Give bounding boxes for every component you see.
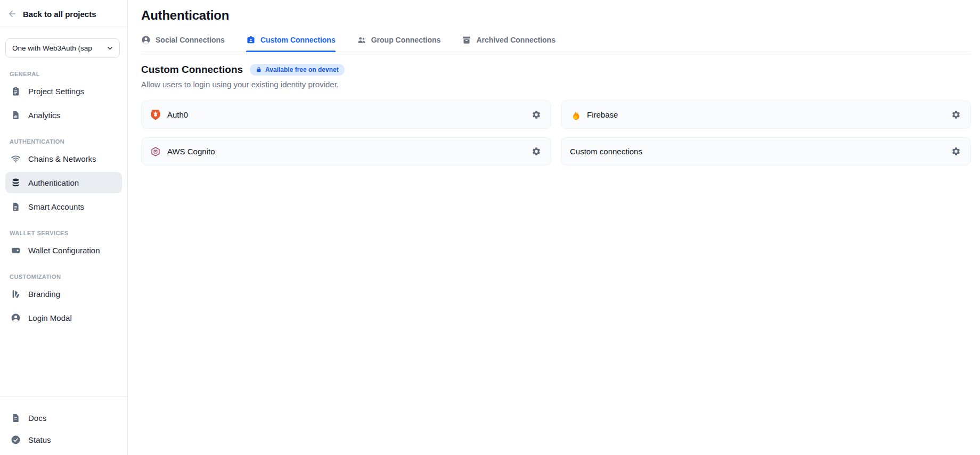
badge-label: Available free on devnet <box>265 66 339 73</box>
page-title: Authentication <box>141 8 971 23</box>
sidebar-item-project-settings[interactable]: Project Settings <box>5 80 122 102</box>
gear-icon[interactable] <box>948 144 964 160</box>
file-icon <box>11 202 21 212</box>
check-circle-icon <box>11 435 21 445</box>
sidebar-item-label: Analytics <box>28 111 60 120</box>
app-window: Back to all projects One with Web3Auth (… <box>0 0 980 455</box>
sidebar: Back to all projects One with Web3Auth (… <box>0 0 128 455</box>
card-aws-cognito[interactable]: AWS Cognito <box>141 137 551 166</box>
back-arrow-icon <box>7 9 17 19</box>
card-label: Firebase <box>587 110 618 119</box>
tab-custom-connections[interactable]: Custom Connections <box>246 35 336 52</box>
gear-icon[interactable] <box>948 107 964 123</box>
person-circle-icon <box>141 35 151 45</box>
sidebar-item-status[interactable]: Status <box>5 429 122 450</box>
sidebar-item-smart-accounts[interactable]: Smart Accounts <box>5 196 122 217</box>
firebase-icon <box>570 110 581 120</box>
wallet-icon <box>11 245 21 255</box>
sidebar-footer: Docs Status <box>0 396 127 455</box>
card-custom-connections[interactable]: Custom connections <box>561 137 971 166</box>
tab-bar: Social Connections Custom Connections Gr… <box>141 35 971 52</box>
tab-label: Group Connections <box>371 36 441 44</box>
sidebar-item-label: Branding <box>28 289 60 299</box>
tab-label: Archived Connections <box>476 36 556 44</box>
sidebar-item-label: Docs <box>28 413 46 423</box>
clipboard-icon <box>11 86 21 96</box>
back-to-projects-link[interactable]: Back to all projects <box>0 0 127 27</box>
sidebar-item-label: Smart Accounts <box>28 202 84 211</box>
tab-social-connections[interactable]: Social Connections <box>141 35 225 52</box>
connection-cards: Auth0 Firebase AWS Cognito <box>141 101 971 166</box>
database-icon <box>11 178 21 188</box>
people-group-icon <box>357 35 366 45</box>
gear-icon[interactable] <box>528 144 544 160</box>
card-auth0[interactable]: Auth0 <box>141 101 551 129</box>
back-label: Back to all projects <box>23 10 96 19</box>
auth0-icon <box>150 110 161 120</box>
tab-group-connections[interactable]: Group Connections <box>357 35 441 52</box>
section-title: Custom Connections <box>141 64 243 76</box>
sidebar-item-wallet-configuration[interactable]: Wallet Configuration <box>5 239 122 261</box>
aws-cognito-icon <box>150 146 161 157</box>
sidebar-item-docs[interactable]: Docs <box>5 407 122 428</box>
chevron-down-icon <box>106 44 114 52</box>
sidebar-item-branding[interactable]: Branding <box>5 283 122 304</box>
sidebar-item-chains-networks[interactable]: Chains & Networks <box>5 148 122 169</box>
sidebar-item-label: Authentication <box>28 178 79 187</box>
section-label-wallet-services: WALLET SERVICES <box>10 230 122 236</box>
card-label: Custom connections <box>570 147 642 156</box>
sidebar-item-label: Project Settings <box>28 87 84 96</box>
main-content: Authentication Social Connections Custom… <box>128 0 980 455</box>
card-label: AWS Cognito <box>167 147 215 156</box>
paint-icon <box>11 289 21 299</box>
sidebar-item-label: Chains & Networks <box>28 154 96 163</box>
section-label-customization: CUSTOMIZATION <box>10 274 122 280</box>
project-selector[interactable]: One with Web3Auth (sap <box>5 38 120 58</box>
section-description: Allow users to login using your existing… <box>141 80 971 89</box>
sidebar-item-analytics[interactable]: Analytics <box>5 104 122 126</box>
sidebar-nav: GENERAL Project Settings Analytics AUTHE… <box>0 58 127 331</box>
sidebar-item-label: Wallet Configuration <box>28 246 100 255</box>
project-selector-value: One with Web3Auth (sap <box>12 44 92 52</box>
section-header: Custom Connections Available free on dev… <box>141 64 971 76</box>
sidebar-item-authentication[interactable]: Authentication <box>5 172 122 193</box>
archive-icon <box>462 35 471 45</box>
analytics-icon <box>11 110 21 120</box>
wifi-icon <box>11 154 21 164</box>
tab-label: Social Connections <box>156 36 225 44</box>
section-label-general: GENERAL <box>10 71 122 77</box>
sidebar-item-login-modal[interactable]: Login Modal <box>5 307 122 328</box>
id-badge-icon <box>246 35 256 45</box>
devnet-badge: Available free on devnet <box>250 64 345 76</box>
card-label: Auth0 <box>167 110 188 119</box>
tab-label: Custom Connections <box>260 36 336 44</box>
card-firebase[interactable]: Firebase <box>561 101 971 129</box>
user-circle-icon <box>11 313 21 323</box>
docs-icon <box>11 413 21 423</box>
lock-icon <box>256 67 262 73</box>
gear-icon[interactable] <box>528 107 544 123</box>
sidebar-item-label: Login Modal <box>28 313 72 322</box>
tab-archived-connections[interactable]: Archived Connections <box>462 35 556 52</box>
sidebar-item-label: Status <box>28 435 51 444</box>
section-label-authentication: AUTHENTICATION <box>10 138 122 145</box>
